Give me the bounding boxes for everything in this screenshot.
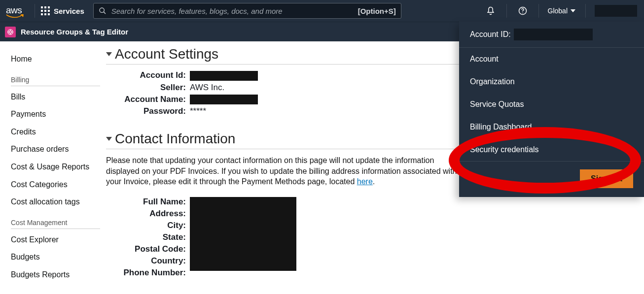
account-name-redacted	[190, 95, 258, 104]
aws-logo-text: aws	[6, 5, 22, 15]
svg-line-1	[104, 12, 106, 14]
billing-sidebar: Home Billing Bills Payments Credits Purc…	[0, 41, 106, 294]
aws-logo[interactable]: aws	[6, 5, 24, 17]
section-title: Contact Information	[115, 131, 235, 147]
sidebar-section-billing: Billing	[11, 68, 100, 86]
sidebar-item-cost-categories[interactable]: Cost Categories	[11, 176, 100, 194]
divider	[585, 4, 586, 18]
contact-note-text: Please note that updating your contact i…	[106, 156, 457, 186]
divider	[538, 4, 539, 18]
section-title: Account Settings	[115, 46, 218, 62]
resource-groups-icon	[5, 27, 16, 37]
sidebar-item-budgets-reports[interactable]: Budgets Reports	[11, 266, 100, 284]
postal-code-label: Postal Code:	[106, 244, 190, 254]
payment-methods-link[interactable]: here	[357, 177, 373, 186]
services-label: Services	[54, 7, 84, 15]
sidebar-item-credits[interactable]: Credits	[11, 123, 100, 141]
sidebar-item-cost-usage-reports[interactable]: Cost & Usage Reports	[11, 158, 100, 176]
password-label: Password:	[106, 106, 190, 116]
chevron-down-icon	[571, 9, 575, 12]
account-menu-item-billing-dashboard[interactable]: Billing Dashboard	[459, 116, 644, 138]
contact-note-text-end: .	[373, 177, 375, 186]
contact-note: Please note that updating your contact i…	[106, 155, 461, 187]
region-selector[interactable]: Global	[548, 7, 575, 15]
svg-point-3	[522, 12, 523, 13]
svg-point-0	[100, 8, 104, 12]
address-label: Address:	[106, 209, 190, 219]
search-placeholder: Search for services, features, blogs, do…	[111, 7, 358, 15]
notifications-icon[interactable]	[486, 6, 496, 16]
sidebar-item-payments[interactable]: Payments	[11, 105, 100, 123]
sign-out-button[interactable]: Sign out	[580, 169, 633, 188]
divider	[506, 4, 507, 18]
sidebar-item-purchase-orders[interactable]: Purchase orders	[11, 140, 100, 158]
service-bar-title: Resource Groups & Tag Editor	[21, 28, 128, 36]
svg-point-4	[9, 31, 12, 33]
account-menu: Account ID: Account Organization Service…	[459, 22, 644, 197]
contact-info-redacted	[190, 197, 296, 271]
city-label: City:	[106, 221, 190, 230]
caret-down-icon	[106, 137, 112, 141]
services-grid-icon	[41, 6, 50, 15]
password-value: *****	[190, 106, 206, 116]
region-label: Global	[548, 7, 568, 15]
sidebar-item-bills[interactable]: Bills	[11, 88, 100, 106]
services-button[interactable]: Services	[41, 6, 84, 15]
full-name-label: Full Name:	[106, 197, 190, 207]
sidebar-item-cost-allocation-tags[interactable]: Cost allocation tags	[11, 193, 100, 211]
country-label: Country:	[106, 256, 190, 266]
sidebar-section-cost-management: Cost Management	[11, 211, 100, 229]
seller-value: AWS Inc.	[190, 83, 224, 93]
signout-row: Sign out	[459, 162, 644, 197]
divider	[35, 4, 35, 18]
sidebar-item-cost-explorer[interactable]: Cost Explorer	[11, 231, 100, 249]
account-name-redacted[interactable]	[595, 5, 637, 17]
help-icon[interactable]	[518, 6, 528, 16]
sidebar-item-budgets[interactable]: Budgets	[11, 248, 100, 266]
search-shortcut: [Option+S]	[358, 7, 396, 15]
top-nav: aws Services Search for services, featur…	[0, 0, 644, 22]
account-menu-item-security-credentials[interactable]: Security credentials	[459, 138, 644, 161]
account-id-label: Account Id:	[106, 70, 190, 81]
account-id-redacted	[514, 29, 593, 40]
phone-number-label: Phone Number:	[106, 268, 190, 278]
search-icon	[99, 7, 107, 15]
account-menu-header: Account ID:	[459, 22, 644, 48]
sidebar-item-home[interactable]: Home	[11, 50, 100, 68]
seller-label: Seller:	[106, 83, 190, 93]
account-id-redacted	[190, 71, 258, 81]
account-menu-item-service-quotas[interactable]: Service Quotas	[459, 93, 644, 116]
account-name-label: Account Name:	[106, 95, 190, 105]
state-label: State:	[106, 232, 190, 242]
caret-down-icon	[106, 52, 112, 56]
account-id-label: Account ID:	[470, 30, 511, 39]
search-input[interactable]: Search for services, features, blogs, do…	[93, 3, 401, 19]
account-menu-item-account[interactable]: Account	[459, 48, 644, 70]
account-menu-item-organization[interactable]: Organization	[459, 70, 644, 93]
